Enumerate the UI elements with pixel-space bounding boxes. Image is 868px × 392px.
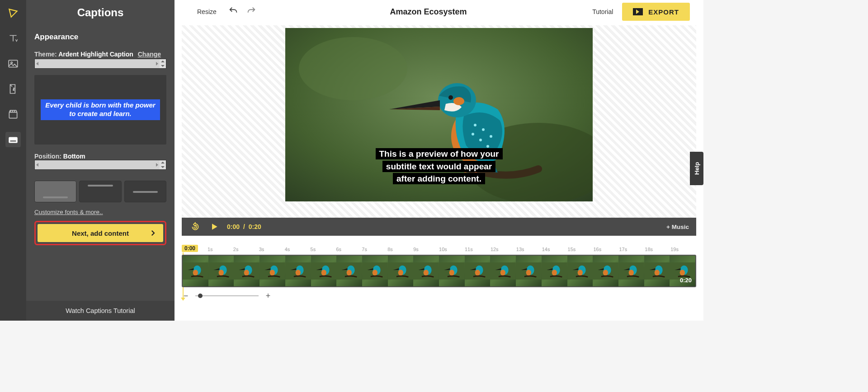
svg-point-16 (486, 145, 489, 148)
clip-thumb (567, 256, 593, 286)
alignment-group (34, 181, 166, 202)
export-label: EXPORT (648, 8, 679, 16)
theme-change-link[interactable]: Change (138, 51, 161, 58)
time-display: 0:00 / 0:20 (227, 223, 261, 230)
position-slider[interactable] (34, 160, 166, 170)
clip-thumb (336, 256, 362, 286)
svg-point-68 (577, 270, 582, 275)
svg-point-23 (193, 270, 198, 275)
logo-icon[interactable] (5, 5, 21, 21)
svg-point-65 (552, 270, 557, 275)
play-button[interactable] (208, 220, 221, 233)
add-music-button[interactable]: + Music (666, 224, 689, 230)
clip-thumb (311, 256, 337, 286)
svg-point-47 (398, 270, 403, 275)
svg-rect-4 (9, 112, 17, 118)
svg-point-77 (654, 270, 659, 275)
chevron-right-icon (149, 229, 157, 237)
clip-thumb (542, 256, 567, 286)
svg-point-14 (472, 133, 474, 135)
next-add-content-button[interactable]: Next, add content (38, 224, 163, 242)
svg-point-38 (321, 270, 326, 275)
subtitle-line1: This is a preview of how your subtitle t… (376, 148, 503, 172)
clip-thumb (259, 256, 285, 286)
script-tool-icon[interactable] (5, 107, 21, 122)
tick: 8s (387, 247, 413, 252)
help-tab[interactable]: Help (690, 152, 703, 185)
tick: 7s (362, 247, 387, 252)
zoom-slider[interactable] (195, 295, 259, 296)
audio-tool-icon[interactable] (5, 81, 21, 97)
timeline-ticks: 1s 2s 3s 4s 5s 6s 7s 8s 9s 10s 11s 12s 1… (182, 245, 696, 252)
tick: 10s (439, 247, 465, 252)
text-tool-icon[interactable] (5, 31, 21, 46)
theme-slider[interactable] (34, 59, 166, 69)
clip-thumb (234, 256, 259, 286)
clip-thumb (208, 256, 234, 286)
tick: 2s (233, 247, 259, 252)
tick: 6s (336, 247, 362, 252)
svg-point-44 (373, 270, 377, 275)
svg-point-29 (244, 270, 249, 275)
svg-point-80 (680, 270, 685, 275)
export-button[interactable]: EXPORT (622, 3, 690, 21)
align-middle-button[interactable] (124, 181, 166, 202)
subtitle-line2: after adding content. (393, 173, 485, 184)
tick: 13s (516, 247, 542, 252)
svg-point-12 (482, 128, 485, 131)
svg-rect-5 (9, 137, 18, 143)
zoom-in-button[interactable]: + (264, 292, 272, 300)
clip-thumb (593, 256, 618, 286)
clip-thumb (413, 256, 439, 286)
timeline: 0:00 1s 2s 3s 4s 5s 6s 7s 8s 9s 10s 11s … (182, 245, 696, 300)
clip-thumb (439, 256, 465, 286)
video-preview[interactable]: This is a preview of how your subtitle t… (285, 28, 593, 201)
align-top-button[interactable] (79, 181, 121, 202)
tick: 3s (259, 247, 285, 252)
clip-thumb (644, 256, 670, 286)
clip-thumb (362, 256, 388, 286)
caption-preview-box: Every child is born with the power to cr… (34, 75, 166, 145)
sample-line2: to create and learn. (69, 110, 132, 117)
svg-marker-20 (212, 224, 217, 229)
tick: 9s (413, 247, 439, 252)
svg-point-15 (479, 139, 482, 141)
position-row: Position: Bottom (34, 153, 166, 160)
tick: 4s (285, 247, 311, 252)
time-total: 0:20 (249, 223, 261, 230)
captions-tool-icon[interactable] (5, 132, 21, 147)
image-tool-icon[interactable] (5, 56, 21, 71)
appearance-heading: Appearance (34, 33, 166, 42)
theme-row: Theme: Ardent Highlight Caption Change (34, 51, 166, 58)
clip-thumb (183, 256, 208, 286)
position-value: Bottom (63, 153, 85, 160)
undo-button[interactable] (228, 6, 240, 18)
time-current: 0:00 (227, 223, 240, 230)
player-bar: 0:00 / 0:20 + Music (182, 218, 696, 236)
theme-name: Ardent Highlight Caption (58, 51, 133, 58)
replay-button[interactable] (189, 220, 202, 233)
svg-point-11 (474, 124, 476, 126)
clip-thumb (388, 256, 414, 286)
svg-point-56 (475, 270, 480, 275)
tick: 17s (619, 247, 645, 252)
time-sep: / (243, 223, 245, 230)
clip-strip[interactable]: 0:20 (182, 255, 696, 287)
tutorial-link[interactable]: Tutorial (592, 8, 613, 15)
customize-fonts-link[interactable]: Customize fonts & more.. (34, 209, 166, 215)
tick: 5s (311, 247, 336, 252)
align-bottom-button[interactable] (34, 181, 76, 202)
canvas-area: This is a preview of how your subtitle t… (182, 25, 696, 218)
redo-button[interactable] (246, 6, 258, 18)
clip-thumb (490, 256, 516, 286)
tick: 11s (465, 247, 491, 252)
svg-point-50 (424, 270, 429, 275)
svg-point-62 (526, 270, 531, 275)
svg-rect-6 (10, 140, 16, 141)
watch-captions-tutorial-link[interactable]: Watch Captions Tutorial (26, 301, 175, 321)
tick: 19s (670, 247, 696, 252)
main-area: Resize Amazon Ecosystem Tutorial EXPORT (175, 0, 703, 321)
resize-button[interactable]: Resize (197, 8, 217, 15)
tool-rail (0, 0, 26, 321)
caption-sample: Every child is born with the power to cr… (41, 99, 160, 120)
